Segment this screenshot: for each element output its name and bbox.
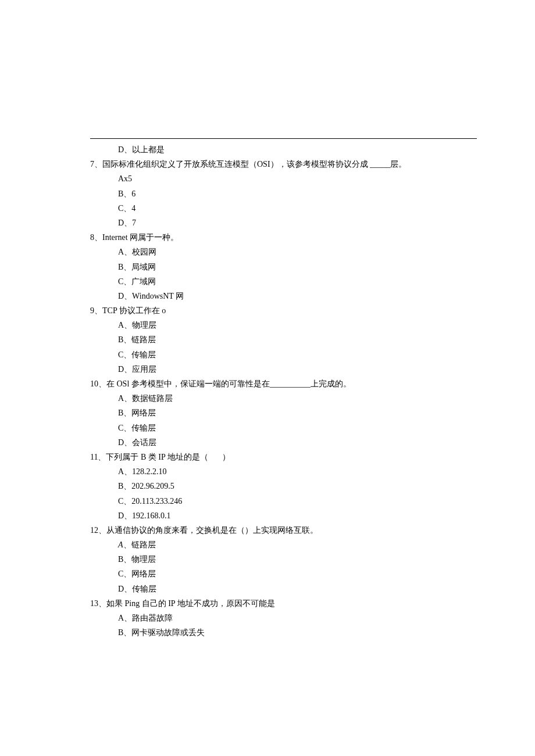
option-label: D bbox=[118, 585, 124, 593]
question-text: Internet 网属于一种。 bbox=[102, 233, 179, 242]
option: B、局域网 bbox=[90, 260, 477, 274]
option: D、192.168.0.1 bbox=[90, 508, 477, 523]
option: C、传输层 bbox=[90, 421, 477, 435]
option: A、128.2.2.10 bbox=[90, 464, 477, 479]
option: B、链路层 bbox=[90, 332, 477, 347]
question-10: 10、在 OSl 参考模型中，保证端一端的可靠性是在__________上完成的… bbox=[90, 377, 477, 391]
divider-line bbox=[90, 138, 477, 139]
question-text: 在 OSl 参考模型中，保证端一端的可靠性是在__________上完成的。 bbox=[106, 379, 351, 388]
option: A、物理层 bbox=[90, 318, 477, 332]
option: C、20.113.233.246 bbox=[90, 494, 477, 508]
question-number: 13、 bbox=[90, 599, 106, 608]
option-sep: 、 bbox=[123, 569, 131, 578]
option: C、网络层 bbox=[90, 567, 477, 581]
option: B、网卡驱动故障或丢失 bbox=[90, 625, 477, 640]
option: D、7 bbox=[90, 216, 477, 230]
question-number: 10、 bbox=[90, 379, 106, 388]
question-number: 7、 bbox=[90, 160, 102, 169]
question-11: 11、下列属于 B 类 IP 地址的是（ ） bbox=[90, 450, 477, 464]
option-label: B bbox=[118, 555, 123, 564]
option-text: 链路层 bbox=[131, 540, 156, 549]
question-text: 国际标准化组织定义了开放系统互连模型（OSI），该参考模型将协议分成 _____… bbox=[102, 160, 406, 169]
orphan-option: D、以上都是 bbox=[90, 142, 477, 157]
option-text: 传输层 bbox=[132, 585, 156, 593]
option: Ax5 bbox=[90, 171, 477, 186]
question-text: 从通信协议的角度来看，交换机是在（）上实现网络互联。 bbox=[106, 526, 318, 535]
question-8: 8、Internet 网属于一种。 bbox=[90, 230, 477, 245]
question-12: 12、从通信协议的角度来看，交换机是在（）上实现网络互联。 bbox=[90, 523, 477, 538]
option: D、会话层 bbox=[90, 435, 477, 450]
option: A、校园网 bbox=[90, 245, 477, 259]
option: D、应用层 bbox=[90, 362, 477, 377]
option: C、广域网 bbox=[90, 274, 477, 289]
option-text: 网络层 bbox=[131, 569, 156, 578]
question-13: 13、如果 Ping 自己的 IP 地址不成功，原因不可能是 bbox=[90, 596, 477, 611]
document-page: D、以上都是 7、国际标准化组织定义了开放系统互连模型（OSI），该参考模型将协… bbox=[0, 0, 535, 756]
option-label: A bbox=[118, 540, 123, 549]
option: A、数据链路层 bbox=[90, 391, 477, 406]
option-sep: 、 bbox=[124, 585, 132, 593]
option-sep: 、 bbox=[123, 540, 131, 549]
question-7: 7、国际标准化组织定义了开放系统互连模型（OSI），该参考模型将协议分成 ___… bbox=[90, 157, 477, 171]
question-9: 9、TCP 协议工作在 o bbox=[90, 303, 477, 318]
question-text: 如果 Ping 自己的 IP 地址不成功，原因不可能是 bbox=[106, 599, 275, 608]
option: C、传输层 bbox=[90, 347, 477, 362]
question-text: TCP 协议工作在 o bbox=[102, 306, 166, 315]
question-number: 12、 bbox=[90, 526, 106, 535]
option: B、6 bbox=[90, 187, 477, 201]
question-number: 8、 bbox=[90, 233, 102, 242]
option: B、202.96.209.5 bbox=[90, 479, 477, 493]
option: C、4 bbox=[90, 201, 477, 216]
option-text: 物理层 bbox=[131, 555, 156, 564]
option: D、WindowsNT 网 bbox=[90, 289, 477, 303]
option-sep: 、 bbox=[123, 555, 131, 564]
option: A、链路层 bbox=[90, 538, 477, 552]
option: B、网络层 bbox=[90, 406, 477, 420]
question-text: 下列属于 B 类 IP 地址的是（ ） bbox=[106, 453, 230, 461]
option: A、路由器故障 bbox=[90, 611, 477, 625]
option: D、传输层 bbox=[90, 582, 477, 596]
option: B、物理层 bbox=[90, 552, 477, 567]
question-number: 9、 bbox=[90, 306, 102, 315]
question-number: 11、 bbox=[90, 453, 106, 461]
option-label: C bbox=[118, 569, 123, 578]
